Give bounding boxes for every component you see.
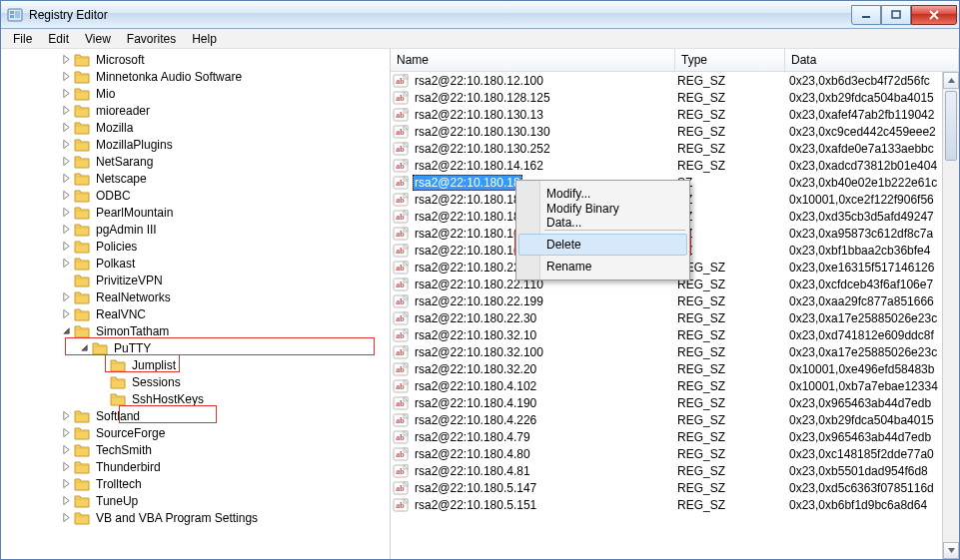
tree-item[interactable]: Trolltech [7,475,390,492]
value-row[interactable]: rsa2@22:10.180.4.226REG_SZ0x23,0xb29fdca… [391,411,959,428]
expander-icon[interactable] [79,342,90,353]
value-row[interactable]: rsa2@22:10.180.14.162REG_SZ0x23,0xadcd73… [391,157,959,174]
expander-icon[interactable] [61,105,72,116]
string-value-icon [393,480,409,496]
tree-item[interactable]: SshHostKeys [7,390,390,407]
expander-icon[interactable] [61,512,72,523]
tree-item[interactable]: Netscape [7,170,390,187]
tree-item[interactable]: Softland [7,407,390,424]
expander-icon[interactable] [61,444,72,455]
expander-icon[interactable] [61,224,72,235]
tree-item[interactable]: Polkast [7,255,390,272]
value-row[interactable]: rsa2@22:10.180.130.252REG_SZ0x23,0xafde0… [391,140,959,157]
tree-item[interactable]: RealNetworks [7,288,390,305]
expander-icon[interactable] [61,139,72,150]
tree-item[interactable]: Microsoft [7,51,390,68]
folder-icon [74,154,90,170]
tree-item[interactable]: SourceForge [7,424,390,441]
column-data-header[interactable]: Data [785,49,959,71]
menu-file[interactable]: File [5,30,40,48]
scroll-down-button[interactable] [943,542,959,559]
maximize-button[interactable] [881,5,911,25]
tree-item[interactable]: Thunderbird [7,458,390,475]
value-data: 0x23,0xd5c6363f0785116d [785,481,959,495]
tree-item[interactable]: RealVNC [7,305,390,322]
expander-icon[interactable] [61,495,72,506]
menu-help[interactable]: Help [184,30,225,48]
close-button[interactable] [911,5,957,25]
expander-icon[interactable] [61,410,72,421]
tree-item[interactable]: TechSmith [7,441,390,458]
tree-item[interactable]: SimonTatham [7,322,390,339]
value-row[interactable]: rsa2@22:10.180.4.80REG_SZ0x23,0xc148185f… [391,445,959,462]
tree-item[interactable]: Mio [7,85,390,102]
expander-icon[interactable] [61,156,72,167]
expander-icon[interactable] [61,291,72,302]
expander-icon[interactable] [61,71,72,82]
value-row[interactable]: rsa2@22:10.180.22.199REG_SZ0x23,0xaa29fc… [391,292,959,309]
expander-icon[interactable] [61,427,72,438]
value-row[interactable]: rsa2@22:10.180.130.130REG_SZ0x23,0xc9ced… [391,123,959,140]
column-type-header[interactable]: Type [675,49,785,71]
tree-item-label: ODBC [94,189,133,203]
scroll-thumb[interactable] [945,91,957,161]
ctx-rename[interactable]: Rename [518,256,687,278]
menu-edit[interactable]: Edit [40,30,77,48]
ctx-modify-binary[interactable]: Modify Binary Data... [518,205,687,227]
expander-icon [61,275,72,285]
expander-icon[interactable] [61,88,72,99]
value-row[interactable]: rsa2@22:10.180.4.79REG_SZ0x23,0x965463ab… [391,428,959,445]
minimize-button[interactable] [851,5,881,25]
tree-item[interactable]: ODBC [7,187,390,204]
tree-item-label: Trolltech [94,477,144,491]
expander-icon[interactable] [61,325,72,336]
value-row[interactable]: rsa2@22:10.180.4.81REG_SZ0x23,0xb5501dad… [391,462,959,479]
tree-item[interactable]: NetSarang [7,153,390,170]
menu-favorites[interactable]: Favorites [119,30,184,48]
registry-tree[interactable]: MicrosoftMinnetonka Audio SoftwareMiomio… [1,49,390,528]
value-row[interactable]: rsa2@22:10.180.32.10REG_SZ0x23,0xd741812… [391,326,959,343]
value-row[interactable]: rsa2@22:10.180.5.151REG_SZ0x23,0xb6bf1d9… [391,496,959,513]
value-row[interactable]: rsa2@22:10.180.4.102REG_SZ0x10001,0xb7a7… [391,377,959,394]
expander-icon[interactable] [61,122,72,133]
context-menu: Modify... Modify Binary Data... Delete R… [515,180,690,280]
tree-item[interactable]: TuneUp [7,492,390,509]
tree-item[interactable]: PuTTY [7,339,390,356]
expander-icon[interactable] [61,207,72,218]
value-row[interactable]: rsa2@22:10.180.32.100REG_SZ0x23,0xa17e25… [391,343,959,360]
vertical-scrollbar[interactable] [942,72,959,559]
scroll-up-button[interactable] [943,72,959,89]
value-row[interactable]: rsa2@22:10.180.32.20REG_SZ0x10001,0xe496… [391,360,959,377]
menu-view[interactable]: View [77,30,119,48]
tree-item[interactable]: Policies [7,238,390,255]
tree-item[interactable]: VB and VBA Program Settings [7,509,390,526]
tree-item[interactable]: Jumplist [7,356,390,373]
expander-icon[interactable] [61,173,72,184]
expander-icon[interactable] [61,461,72,472]
expander-icon[interactable] [61,308,72,319]
tree-item[interactable]: Sessions [7,373,390,390]
value-row[interactable]: rsa2@22:10.180.130.13REG_SZ0x23,0xafef47… [391,106,959,123]
tree-item[interactable]: mioreader [7,102,390,119]
expander-icon[interactable] [61,190,72,201]
column-name-header[interactable]: Name [391,49,675,71]
tree-item[interactable]: MozillaPlugins [7,136,390,153]
tree-item[interactable]: pgAdmin III [7,221,390,238]
expander-icon[interactable] [61,241,72,252]
value-row[interactable]: rsa2@22:10.180.4.190REG_SZ0x23,0x965463a… [391,394,959,411]
expander-icon[interactable] [61,478,72,489]
menubar: File Edit View Favorites Help [1,29,959,49]
ctx-delete[interactable]: Delete [518,234,687,256]
tree-item[interactable]: PearlMountain [7,204,390,221]
scroll-track[interactable] [943,89,959,542]
value-row[interactable]: rsa2@22:10.180.5.147REG_SZ0x23,0xd5c6363… [391,479,959,496]
value-row[interactable]: rsa2@22:10.180.12.100REG_SZ0x23,0xb6d3ec… [391,72,959,89]
tree-item[interactable]: Mozilla [7,119,390,136]
value-row[interactable]: rsa2@22:10.180.22.30REG_SZ0x23,0xa17e258… [391,309,959,326]
list-body[interactable]: rsa2@22:10.180.12.100REG_SZ0x23,0xb6d3ec… [391,72,959,559]
tree-item[interactable]: PrivitizeVPN [7,272,390,288]
expander-icon[interactable] [61,54,72,65]
value-row[interactable]: rsa2@22:10.180.128.125REG_SZ0x23,0xb29fd… [391,89,959,106]
tree-item[interactable]: Minnetonka Audio Software [7,68,390,85]
expander-icon[interactable] [61,258,72,269]
